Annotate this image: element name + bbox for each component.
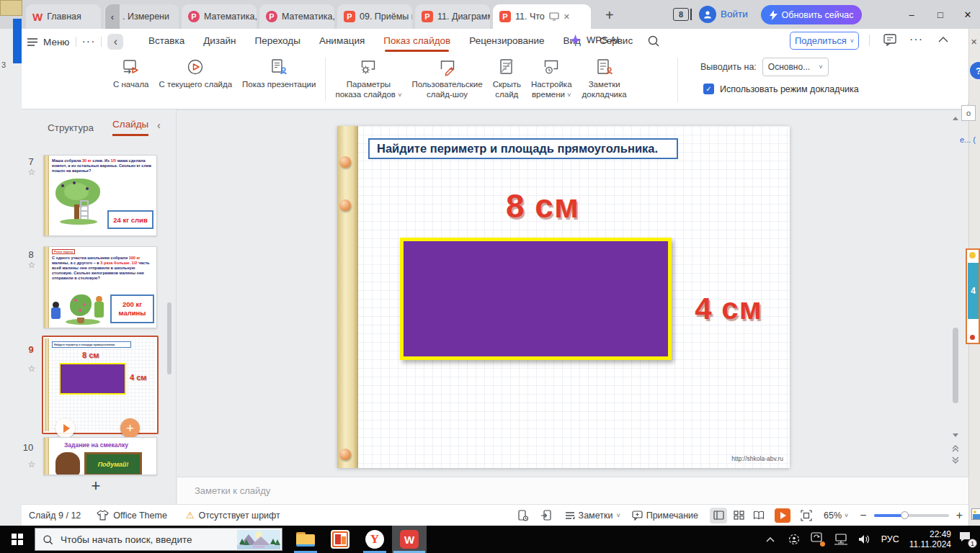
new-slide-button[interactable]: +: [120, 418, 140, 438]
zoom-chevron-icon[interactable]: ˅: [845, 512, 848, 519]
slide-canvas[interactable]: Найдите периметр и площадь прямоугольник…: [337, 126, 790, 468]
menu-perehody[interactable]: Переходы: [255, 35, 300, 46]
notes-toggle[interactable]: Заметки˅: [565, 511, 620, 521]
more-options-icon[interactable]: ···: [909, 33, 923, 46]
phone-view-icon[interactable]: [514, 508, 532, 523]
share-button[interactable]: Поделиться˅: [790, 32, 859, 50]
reading-view-button[interactable]: [750, 508, 767, 523]
speaker-notes-button[interactable]: Заметки докладчика: [577, 50, 632, 108]
ribbon-back-icon[interactable]: ‹: [107, 34, 123, 50]
yandex-browser-icon[interactable]: Y: [357, 526, 392, 553]
tab-home[interactable]: W Главная: [26, 4, 101, 29]
fit-slide-icon[interactable]: [798, 508, 815, 523]
menu-button[interactable]: Меню: [43, 37, 70, 48]
close-button[interactable]: ✕: [958, 6, 977, 23]
new-tab-button[interactable]: +: [605, 7, 614, 24]
rehearse-timings-button[interactable]: Настройка времени ˅: [526, 50, 577, 108]
menu-pokaz-slaidov[interactable]: Показ слайдов: [383, 35, 450, 46]
cast-device-icon[interactable]: [538, 508, 555, 523]
zoom-out-button[interactable]: −: [860, 509, 866, 522]
wps-office-icon-active[interactable]: W: [392, 526, 427, 553]
hamburger-menu-icon[interactable]: [27, 38, 37, 46]
collapse-sidebar-icon[interactable]: ‹: [157, 120, 161, 131]
normal-view-button[interactable]: [710, 508, 727, 523]
tray-expand-icon[interactable]: [766, 536, 775, 542]
slide-thumbnail-8[interactable]: Реши задачу С одного участка школьники с…: [43, 246, 157, 328]
width-label[interactable]: 8 см: [467, 186, 618, 225]
presenter-mode-checkbox[interactable]: ✓: [703, 84, 714, 94]
slideshow-play-button[interactable]: [775, 508, 790, 523]
from-current-slide-button[interactable]: С текущего слайда: [154, 50, 238, 108]
sidebar-tab-slides[interactable]: Слайды: [112, 119, 148, 136]
slideshow-options-button[interactable]: Параметры показа слайдов ˅: [330, 50, 406, 108]
network-icon[interactable]: [834, 534, 848, 545]
slide-sorter-view-button[interactable]: [730, 508, 747, 523]
tab-priemy[interactable]: P 09. Приёмы п: [337, 4, 412, 29]
show-presentation-button[interactable]: Показ презентации: [237, 50, 321, 108]
output-monitor-select[interactable]: Основно... ˅: [762, 58, 829, 76]
tab-diagrammy[interactable]: P 11. Диаграмм: [415, 4, 490, 29]
notes-pane[interactable]: Заметки к слайду: [177, 477, 968, 504]
tab-matematika-2[interactable]: P Математика, 4: [259, 4, 334, 29]
hide-slide-button[interactable]: Скрыть слайд: [488, 50, 526, 108]
clock[interactable]: 22:49 11.11.2024: [909, 529, 951, 549]
custom-slideshows-button[interactable]: Пользовательские слайд-шоу: [406, 50, 487, 108]
update-now-button[interactable]: Обновить сейчас: [761, 5, 862, 24]
presenter-mode-row[interactable]: ✓ Использовать режим докладчика: [703, 84, 859, 94]
transition-star-icon[interactable]: ☆: [26, 167, 37, 177]
missing-font-warning[interactable]: Отсутствует шрифт: [199, 511, 280, 521]
tab-count-badge[interactable]: 8: [673, 8, 689, 21]
scroll-down-icon[interactable]: [952, 432, 959, 438]
comments-icon[interactable]: [883, 34, 896, 46]
height-label[interactable]: 4 см: [682, 292, 775, 326]
meet-now-icon[interactable]: [788, 534, 801, 545]
volume-icon[interactable]: [858, 534, 871, 545]
collapse-ribbon-icon[interactable]: [938, 37, 948, 42]
more-tools-icon[interactable]: ···: [82, 35, 96, 48]
slide-title-box[interactable]: Найдите периметр и площадь прямоугольник…: [368, 138, 678, 159]
comment-add-button[interactable]: Примечание: [632, 511, 698, 521]
taskbar-search[interactable]: Чтобы начать поиск, введите: [35, 528, 282, 551]
canvas-scrollbar[interactable]: [953, 328, 958, 403]
wps-ai-button[interactable]: WPS AI: [569, 34, 619, 46]
theme-name[interactable]: Office Theme: [113, 511, 167, 521]
maximize-button[interactable]: □: [931, 6, 950, 23]
zoom-level[interactable]: 65%: [824, 511, 842, 521]
add-slide-button[interactable]: +: [86, 477, 105, 495]
theme-shirt-icon[interactable]: [97, 510, 109, 521]
slide-thumbnail-7[interactable]: Маша собрала 30 кг слив. Из 1/5 мама сде…: [43, 155, 157, 236]
avatar[interactable]: [699, 6, 716, 23]
menu-vstavka[interactable]: Вставка: [148, 35, 184, 46]
transition-star-icon[interactable]: ☆: [26, 459, 37, 469]
from-start-button[interactable]: С начала: [108, 50, 154, 108]
update-tray-icon[interactable]: [811, 532, 824, 547]
slide-thumbnail-10[interactable]: Задание на смекалку Подумай!: [43, 437, 157, 475]
tab-active-chto[interactable]: P 11. Что ✕: [493, 4, 591, 29]
menu-recenzirovanie[interactable]: Рецензирование: [469, 35, 544, 46]
transition-star-icon[interactable]: ☆: [26, 260, 37, 270]
notification-center-icon[interactable]: 1: [958, 531, 977, 548]
tab-scroll-left-icon[interactable]: ‹: [105, 4, 120, 29]
tab-matematika-1[interactable]: P Математика, 4: [182, 4, 257, 29]
next-slide-icon[interactable]: [951, 457, 960, 465]
menu-animaciya[interactable]: Анимация: [319, 35, 365, 46]
previous-slide-icon[interactable]: [951, 444, 960, 452]
sidebar-tab-outline[interactable]: Структура: [48, 122, 94, 133]
close-tab-icon[interactable]: ✕: [564, 12, 570, 22]
scroll-up-icon[interactable]: [952, 115, 959, 121]
sidebar-scrollbar[interactable]: [167, 302, 172, 374]
presentation-app-icon[interactable]: [323, 526, 357, 553]
start-button[interactable]: [0, 526, 35, 553]
transition-star-icon[interactable]: ☆: [26, 364, 37, 374]
login-link[interactable]: Войти: [721, 9, 748, 19]
zoom-slider[interactable]: [874, 514, 949, 517]
menu-dizain[interactable]: Дизайн: [203, 35, 236, 46]
search-icon[interactable]: [647, 35, 660, 48]
language-indicator[interactable]: РУС: [881, 534, 899, 544]
file-explorer-icon[interactable]: [288, 526, 323, 553]
purple-rectangle[interactable]: [400, 238, 672, 360]
minimize-button[interactable]: –: [902, 6, 921, 23]
search-highlight-image[interactable]: [237, 530, 280, 549]
play-slide-button[interactable]: [55, 418, 75, 438]
zoom-in-button[interactable]: +: [956, 509, 963, 522]
